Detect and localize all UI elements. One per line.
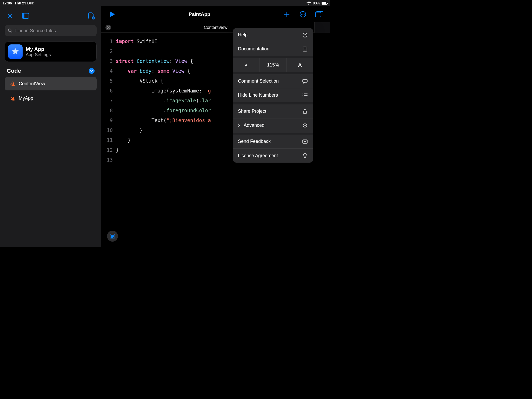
svg-point-7 (304, 14, 304, 15)
chevron-down-icon[interactable] (89, 68, 95, 74)
svg-point-13 (303, 93, 303, 94)
menu-help-label: Help (238, 32, 248, 38)
section-header-code[interactable]: Code (0, 65, 101, 77)
menu-license-agreement-label: License Agreement (238, 153, 278, 158)
gutter: 12345678910111213 (101, 36, 116, 165)
new-file-icon[interactable] (86, 11, 97, 21)
svg-point-14 (303, 95, 303, 96)
svg-point-15 (303, 96, 303, 97)
menu-help[interactable]: Help (233, 28, 313, 42)
close-icon[interactable] (5, 11, 15, 21)
code-content[interactable]: import SwiftUI struct ContentView: View … (116, 36, 211, 165)
run-button[interactable] (107, 9, 117, 19)
zoom-out-button[interactable]: A (233, 58, 260, 72)
project-subtitle: App Settings (26, 52, 51, 57)
menu-advanced-label: Advanced (244, 123, 264, 128)
tab-title: ContentView (204, 25, 227, 30)
svg-rect-18 (303, 140, 307, 143)
menu-hide-line-numbers-label: Hide Line Numbers (238, 92, 278, 98)
editor: PaintApp ContentView 12345678910111213 i… (101, 6, 330, 247)
secondary-tab[interactable] (314, 22, 330, 33)
menu-advanced[interactable]: Advanced (233, 118, 313, 132)
file-item-contentview[interactable]: ContentView (5, 77, 97, 90)
search-input[interactable]: Find in Source Files (5, 25, 97, 36)
project-settings-card[interactable]: My App App Settings (5, 42, 97, 62)
swift-icon (9, 95, 16, 102)
sidebar: Find in Source Files My App App Settings… (0, 6, 101, 247)
menu-comment-selection-label: Comment Selection (238, 78, 279, 84)
svg-point-5 (301, 14, 302, 15)
chevron-right-icon (238, 124, 240, 127)
menu-documentation-label: Documentation (238, 46, 269, 52)
svg-point-16 (303, 124, 307, 127)
status-date: Thu 23 Dec (15, 1, 34, 5)
menu-documentation[interactable]: Documentation (233, 42, 313, 56)
search-placeholder: Find in Source Files (15, 28, 56, 34)
menu-send-feedback-label: Send Feedback (238, 139, 271, 144)
menu-hide-line-numbers[interactable]: Hide Line Numbers (233, 88, 313, 102)
svg-point-17 (304, 125, 306, 126)
editor-title: PaintApp (189, 11, 210, 17)
more-menu-popover: Help Documentation A 115% A Comment Sele… (233, 28, 313, 163)
share-icon (302, 109, 308, 114)
comment-icon (302, 79, 308, 84)
ribbon-icon (302, 153, 308, 158)
menu-zoom-segment: A 115% A (233, 58, 313, 72)
status-time: 17:06 (3, 1, 12, 5)
file-name: ContentView (19, 81, 45, 87)
svg-rect-8 (315, 12, 321, 17)
menu-share-project[interactable]: Share Project (233, 104, 313, 118)
svg-point-19 (304, 154, 307, 156)
search-icon (8, 28, 12, 33)
file-name: MyApp (19, 96, 33, 101)
file-list: ContentViewMyApp (0, 77, 101, 105)
swift-icon (9, 80, 16, 87)
svg-point-6 (302, 14, 303, 15)
menu-share-project-label: Share Project (238, 109, 266, 114)
svg-point-11 (305, 36, 305, 36)
editor-toolbar: PaintApp (101, 6, 330, 22)
wifi-icon (307, 2, 311, 5)
more-icon[interactable] (298, 9, 308, 19)
sidebar-toggle-icon[interactable] (20, 11, 31, 21)
add-icon[interactable] (282, 9, 292, 19)
zoom-in-button[interactable]: A (287, 58, 313, 72)
menu-send-feedback[interactable]: Send Feedback (233, 135, 313, 149)
app-icon (8, 44, 23, 59)
sidebar-toolbar (0, 8, 101, 23)
file-item-myapp[interactable]: MyApp (5, 91, 97, 105)
gear-icon (302, 123, 308, 128)
list-number-icon (302, 93, 308, 97)
svg-rect-1 (22, 13, 24, 18)
battery-icon (322, 2, 327, 5)
zoom-level[interactable]: 115% (260, 58, 287, 72)
help-icon (302, 32, 308, 38)
preview-icon[interactable] (314, 9, 324, 19)
section-label: Code (7, 68, 21, 74)
project-title: My App (26, 46, 51, 52)
close-tab-icon[interactable] (105, 25, 111, 30)
envelope-icon (302, 139, 308, 144)
doc-icon (302, 46, 308, 52)
menu-comment-selection[interactable]: Comment Selection (233, 74, 313, 88)
status-bar: 17:06 Thu 23 Dec 83% (0, 0, 330, 6)
battery-percentage: 83% (313, 1, 320, 5)
documentation-panel-button[interactable] (107, 231, 118, 242)
menu-license-agreement[interactable]: License Agreement (233, 149, 313, 163)
